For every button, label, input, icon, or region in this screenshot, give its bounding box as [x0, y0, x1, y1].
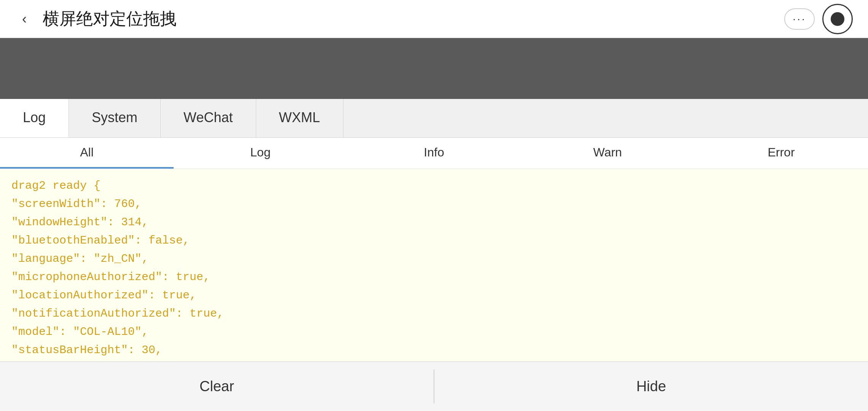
filter-bar: All Log Info Warn Error [0, 138, 868, 169]
record-button[interactable] [822, 4, 853, 34]
log-line: "windowHeight": 314, [11, 213, 857, 231]
preview-banner [0, 38, 868, 99]
bottom-bar: Clear Hide [0, 362, 868, 411]
log-line: "screenWidth": 760, [11, 195, 857, 213]
log-line: "bluetoothEnabled": false, [11, 231, 857, 250]
log-line: "microphoneAuthorized": true, [11, 268, 857, 286]
more-dots-icon: ··· [793, 13, 806, 25]
page-title: 横屏绝对定位拖拽 [43, 8, 177, 30]
log-line: drag2 ready { [11, 177, 857, 195]
header-left: ‹ 横屏绝对定位拖拽 [15, 8, 177, 30]
back-icon: ‹ [22, 11, 27, 27]
log-line: "statusBarHeight": 30, [11, 341, 857, 359]
log-line: "locationAuthorized": true, [11, 286, 857, 304]
hide-button[interactable]: Hide [434, 362, 868, 411]
filter-warn[interactable]: Warn [521, 138, 694, 169]
tab-system[interactable]: System [69, 99, 161, 137]
record-icon [831, 12, 844, 26]
tabs-bar: Log System WeChat WXML [0, 99, 868, 138]
more-button[interactable]: ··· [784, 8, 815, 30]
log-line: "language": "zh_CN", [11, 250, 857, 268]
tab-log[interactable]: Log [0, 99, 69, 137]
header-right: ··· [784, 4, 853, 34]
filter-all[interactable]: All [0, 138, 174, 169]
header: ‹ 横屏绝对定位拖拽 ··· [0, 0, 868, 38]
log-line: "notificationAuthorized": true, [11, 304, 857, 323]
filter-error[interactable]: Error [694, 138, 868, 169]
back-button[interactable]: ‹ [15, 10, 34, 28]
tab-wxml[interactable]: WXML [256, 99, 343, 137]
filter-log[interactable]: Log [174, 138, 347, 169]
tab-wechat[interactable]: WeChat [161, 99, 256, 137]
filter-info[interactable]: Info [347, 138, 521, 169]
clear-button[interactable]: Clear [0, 362, 434, 411]
log-line: "model": "COL-AL10", [11, 323, 857, 341]
